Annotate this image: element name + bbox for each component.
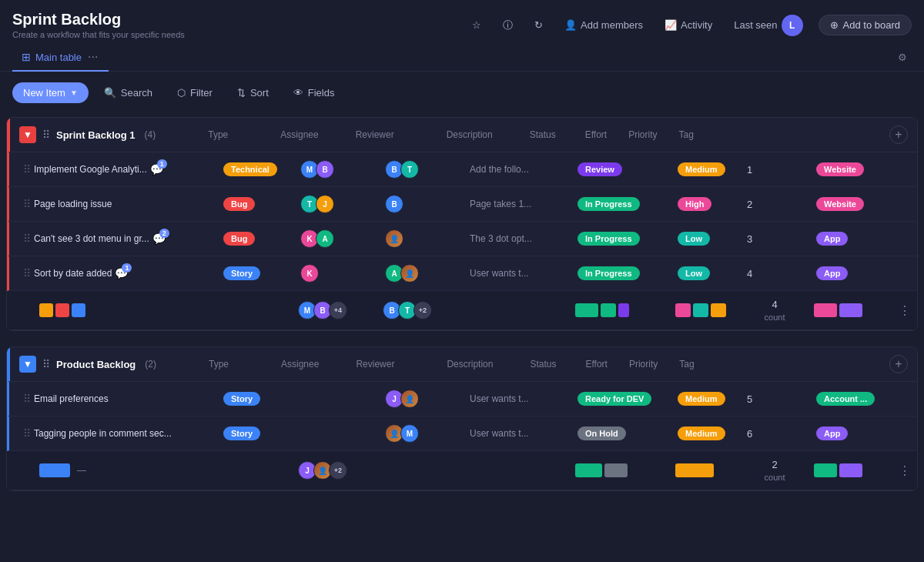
table-row: ⠿ Email preferences Story J 👤 User wants… (7, 382, 917, 416)
type-cell: Bug (219, 189, 296, 219)
add-to-board-button[interactable]: ⊕ Add to board (819, 15, 912, 35)
reviewer-avatars[interactable]: B T (385, 160, 419, 179)
reviewer-avatars[interactable]: A 👤 (385, 264, 419, 283)
status-cell[interactable]: In Progress (573, 189, 673, 219)
avatar-photo: 👤 (400, 264, 419, 283)
add-column-button-2[interactable]: + (889, 355, 908, 373)
tag-badge: App (816, 427, 848, 440)
search-icon: 🔍 (104, 87, 116, 99)
status-cell[interactable]: In Progress (573, 224, 673, 253)
tag-cell[interactable]: App (812, 259, 896, 288)
effort-cell[interactable]: High (673, 189, 742, 219)
summary-dots[interactable]: ⋮ (894, 291, 918, 330)
comment-badge[interactable]: 💬 1 (115, 267, 128, 279)
effort-badge: High (678, 197, 711, 211)
tag-cell[interactable]: App (812, 419, 896, 448)
sort-button[interactable]: ⇅ Sort (228, 82, 278, 103)
assignee-avatars[interactable]: K (300, 264, 319, 283)
row-actions-cell[interactable] (896, 391, 918, 406)
summary-reviewers: B T +2 (378, 291, 463, 330)
description-cell: User wants t... (465, 386, 573, 412)
tab-main-table[interactable]: ⊞ Main table ··· (12, 44, 109, 72)
add-members-button[interactable]: 👤 Add members (558, 16, 649, 34)
settings-button[interactable]: ⚙ (893, 47, 912, 68)
group-toggle-2[interactable]: ▼ (19, 356, 36, 373)
tag-cell[interactable]: Website (812, 155, 896, 184)
reviewer-cell: 👤 (380, 222, 465, 256)
row-name-cell: ⠿ Page loading issue (18, 190, 219, 218)
row-name: Page loading issue (34, 199, 112, 209)
add-to-board-icon: ⊕ (830, 19, 839, 31)
tab-main-table-label: Main table (35, 52, 82, 63)
type-badge[interactable]: Bug (223, 232, 255, 246)
status-cell[interactable]: On Hold (573, 419, 673, 448)
type-badge[interactable]: Story (223, 392, 260, 406)
tag-cell[interactable]: Account ... (812, 384, 896, 413)
effort-cell[interactable]: Low (673, 224, 742, 253)
reviewer-avatars[interactable]: 👤 M (385, 424, 419, 443)
effort-cell[interactable]: Medium (673, 384, 742, 413)
tag-cell[interactable]: App (812, 224, 896, 253)
comment-badge[interactable]: 💬 1 (150, 163, 163, 176)
priority-value: 4 (747, 268, 752, 279)
row-name-cell: ⠿ Sort by date added 💬 1 (18, 259, 219, 287)
avatar: B (385, 195, 403, 213)
row-actions-cell[interactable] (896, 426, 918, 441)
last-seen-label: Last seen (734, 19, 777, 31)
reviewer-avatars[interactable]: B (385, 195, 403, 213)
row-actions-cell[interactable] (896, 196, 918, 212)
status-badge: Review (578, 162, 622, 176)
assignee-avatars[interactable]: T J (300, 195, 334, 213)
status-cell[interactable]: In Progress (573, 259, 673, 288)
type-badge[interactable]: Technical (223, 162, 277, 176)
effort-cell[interactable]: Medium (673, 419, 742, 448)
assignee-avatars[interactable]: K A (300, 229, 334, 248)
description-cell: User wants t... (465, 420, 573, 447)
new-item-label: New Item (23, 87, 65, 99)
type-badge[interactable]: Bug (223, 197, 255, 211)
summary-priority-label: count (765, 473, 785, 482)
add-column-button-1[interactable]: + (889, 125, 908, 144)
activity-label: Activity (681, 19, 712, 31)
three-dots-icon[interactable]: ⋮ (899, 463, 911, 478)
type-badge[interactable]: Story (223, 266, 260, 280)
three-dots-icon[interactable]: ⋮ (899, 303, 911, 318)
status-cell[interactable]: Ready for DEV (573, 384, 673, 413)
activity-button[interactable]: 📈 Activity (658, 16, 718, 34)
new-item-button[interactable]: New Item ▼ (12, 82, 89, 103)
filter-button[interactable]: ⬡ Filter (168, 82, 222, 103)
summary-dots[interactable]: ⋮ (894, 451, 918, 490)
reviewer-avatars[interactable]: J 👤 (385, 390, 419, 408)
comment-badge[interactable]: 💬 2 (152, 232, 166, 245)
type-badge[interactable]: Story (223, 427, 260, 440)
effort-cell[interactable]: Low (673, 259, 742, 288)
status-cell[interactable]: Review (573, 155, 673, 184)
group-count-2: (2) (145, 359, 156, 370)
group-toggle-1[interactable]: ▼ (19, 126, 36, 143)
priority-cell: 3 (742, 226, 812, 253)
fields-button[interactable]: 👁 Fields (284, 82, 344, 103)
refresh-button[interactable]: ↻ (528, 16, 549, 34)
effort-cell[interactable]: Medium (673, 155, 742, 184)
group-drag-icon-2: ⠿ (42, 358, 50, 370)
info-button[interactable]: ⓘ (497, 15, 519, 35)
row-actions-cell[interactable] (896, 162, 918, 177)
summary-assignees: J 👤 +2 (293, 451, 378, 490)
description-cell: The 3 dot opt... (465, 226, 573, 252)
reviewer-avatars[interactable]: 👤 (385, 229, 403, 248)
row-actions-cell[interactable] (896, 231, 918, 246)
star-button[interactable]: ☆ (466, 16, 487, 34)
search-button[interactable]: 🔍 Search (95, 82, 162, 103)
drag-handle-icon: ⠿ (23, 427, 31, 440)
tag-cell[interactable]: Website (812, 189, 896, 219)
description-cell: Page takes 1... (465, 191, 573, 217)
summary-type-colors (16, 291, 216, 330)
assignee-avatars[interactable]: M B (300, 160, 334, 179)
summary-desc (463, 291, 571, 330)
row-name-cell: ⠿ Tagging people in comment sec... (18, 420, 219, 447)
tab-options-icon[interactable]: ··· (86, 50, 99, 64)
priority-value: 5 (747, 393, 752, 405)
row-name: Implement Google Analyti... (34, 164, 147, 175)
row-actions-cell[interactable] (896, 266, 918, 281)
info-icon: ⓘ (503, 18, 513, 32)
